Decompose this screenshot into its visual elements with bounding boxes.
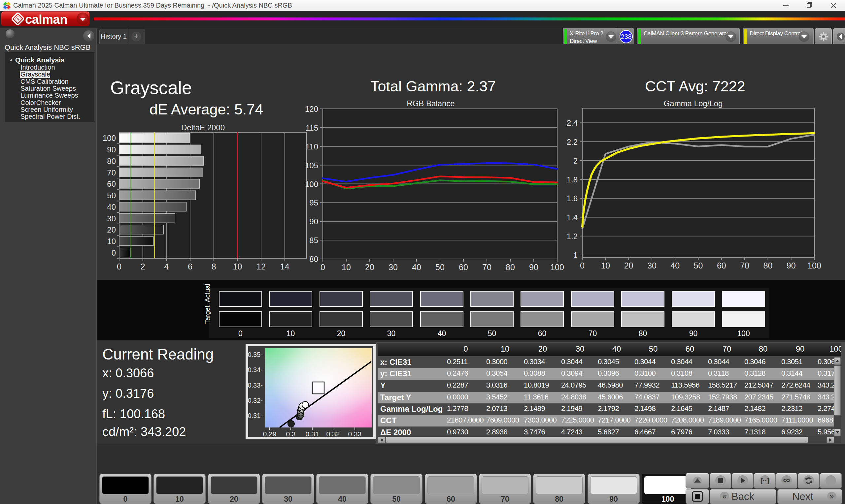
- svg-text:0: 0: [117, 262, 122, 271]
- svg-text:90: 90: [107, 145, 116, 154]
- svg-text:Total Gamma: 2.37: Total Gamma: 2.37: [370, 78, 496, 95]
- svg-text:0.31-: 0.31-: [248, 412, 263, 419]
- svg-text:6: 6: [188, 262, 192, 271]
- svg-text:2.2: 2.2: [567, 138, 578, 146]
- svg-text:CCT Avg: 7222: CCT Avg: 7222: [645, 78, 745, 95]
- svg-text:8: 8: [212, 262, 216, 271]
- svg-text:90: 90: [309, 217, 318, 226]
- svg-text:30: 30: [388, 263, 398, 272]
- svg-text:80: 80: [107, 157, 116, 166]
- svg-text:2.4: 2.4: [567, 119, 578, 127]
- svg-text:1.4: 1.4: [567, 213, 578, 222]
- svg-text:30: 30: [647, 261, 656, 270]
- svg-text:RGB Balance: RGB Balance: [407, 99, 455, 108]
- svg-text:0.29: 0.29: [263, 430, 277, 438]
- svg-text:20: 20: [365, 263, 374, 272]
- svg-text:100: 100: [807, 261, 821, 270]
- svg-text:14: 14: [280, 262, 289, 271]
- svg-text:0.34-: 0.34-: [248, 366, 263, 373]
- svg-text:100: 100: [103, 133, 116, 143]
- svg-text:0.33: 0.33: [348, 430, 362, 438]
- svg-text:0.35-: 0.35-: [248, 351, 263, 358]
- svg-text:30: 30: [107, 214, 116, 223]
- svg-text:20: 20: [107, 225, 116, 234]
- svg-text:1.6: 1.6: [567, 194, 578, 203]
- svg-text:70: 70: [482, 263, 492, 272]
- svg-text:70: 70: [740, 261, 749, 270]
- svg-text:10: 10: [341, 263, 351, 272]
- svg-text:10: 10: [107, 237, 116, 246]
- svg-text:70: 70: [107, 168, 116, 177]
- svg-text:10: 10: [601, 261, 610, 270]
- svg-text:DeltaE 2000: DeltaE 2000: [181, 123, 225, 132]
- svg-text:80: 80: [506, 263, 515, 272]
- svg-text:40: 40: [670, 261, 680, 270]
- svg-text:2: 2: [141, 262, 145, 271]
- svg-text:10: 10: [233, 262, 242, 271]
- svg-text:60: 60: [459, 263, 468, 272]
- svg-text:50: 50: [694, 261, 703, 270]
- svg-text:0: 0: [111, 248, 116, 257]
- svg-text:12: 12: [257, 262, 266, 271]
- svg-text:4: 4: [164, 262, 169, 271]
- svg-text:Gamma Log/Log: Gamma Log/Log: [664, 99, 723, 108]
- svg-text:60: 60: [717, 261, 726, 270]
- svg-text:105: 105: [305, 161, 318, 170]
- svg-text:100: 100: [550, 263, 564, 272]
- svg-text:80: 80: [763, 261, 772, 270]
- svg-text:100: 100: [305, 180, 318, 189]
- svg-text:»: »: [829, 492, 834, 501]
- svg-text:40: 40: [412, 263, 421, 272]
- svg-text:50: 50: [107, 191, 116, 200]
- svg-text:0.33-: 0.33-: [248, 382, 263, 389]
- svg-text:90: 90: [787, 261, 796, 270]
- svg-text:0.3: 0.3: [286, 430, 295, 438]
- svg-text:1.8: 1.8: [567, 175, 578, 184]
- svg-text:115: 115: [306, 123, 318, 132]
- svg-text:40: 40: [107, 202, 116, 212]
- svg-text:110: 110: [306, 142, 318, 151]
- svg-text:0.32: 0.32: [327, 430, 340, 438]
- svg-text:0.32-: 0.32-: [248, 397, 263, 404]
- svg-text:1: 1: [573, 251, 578, 259]
- svg-text:0: 0: [580, 261, 584, 270]
- svg-text:«: «: [722, 492, 726, 501]
- svg-text:95: 95: [309, 198, 318, 207]
- svg-text:50: 50: [435, 263, 445, 272]
- svg-text:60: 60: [107, 179, 116, 188]
- svg-text:90: 90: [529, 263, 538, 272]
- svg-text:2: 2: [573, 156, 578, 165]
- svg-text:20: 20: [624, 261, 633, 270]
- svg-text:85: 85: [309, 236, 318, 245]
- svg-text:80: 80: [309, 255, 318, 264]
- svg-text:dE Average: 5.74: dE Average: 5.74: [149, 101, 263, 118]
- svg-text:0.31: 0.31: [306, 430, 319, 438]
- svg-text:1.2: 1.2: [567, 232, 578, 241]
- svg-text:Grayscale: Grayscale: [110, 77, 192, 98]
- svg-text:120: 120: [305, 105, 318, 113]
- svg-text:0: 0: [320, 263, 325, 272]
